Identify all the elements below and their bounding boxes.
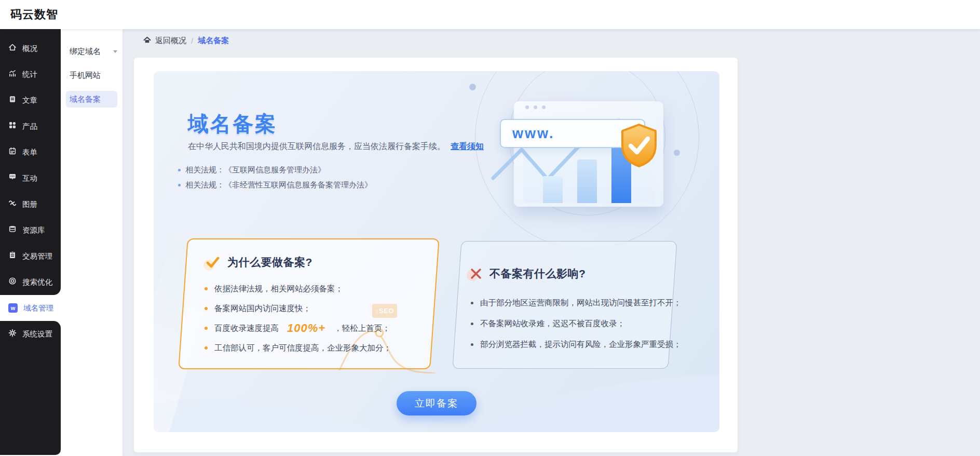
list-item: 备案网站国内访问速度快；	[205, 299, 391, 318]
breadcrumb-back-label: 返回概况	[155, 36, 186, 46]
subsidebar-item-label: 绑定域名	[70, 47, 101, 57]
sidebar-item-label: 资源库	[22, 225, 45, 235]
breadcrumb: 返回概况 / 域名备案	[143, 36, 229, 46]
sidebar-item-stats[interactable]: 统计	[0, 61, 61, 87]
sidebar-section-bottom: 系统设置	[0, 321, 61, 455]
sidebar-item-forms[interactable]: 表单	[0, 139, 61, 165]
sidebar-item-label: 交易管理	[22, 251, 52, 261]
sidebar-item-products[interactable]: 产品	[0, 113, 61, 139]
list-item: 依据法律法规，相关网站必须备案；	[205, 279, 391, 299]
sidebar-item-gallery[interactable]: 图册	[0, 191, 61, 217]
sidebar-item-interaction[interactable]: 互动	[0, 165, 61, 191]
database-icon	[8, 225, 17, 235]
sidebar-item-label: 搜索优化	[22, 277, 52, 287]
bullet-dot	[205, 287, 208, 290]
decor-wave	[154, 398, 424, 432]
sub-sidebar: 绑定域名 手机网站 域名备案	[61, 29, 122, 456]
file-now-button[interactable]: 立即备案	[397, 391, 477, 415]
why-list: 依据法律法规，相关网站必须备案； 备案网站国内访问速度快； 百度收录速度提高10…	[205, 279, 391, 358]
sidebar-item-label: 互动	[22, 173, 37, 183]
bullet-dot	[178, 169, 181, 171]
subsidebar-item-bind-domain[interactable]: 绑定域名	[61, 39, 122, 63]
app-header: 码云数智	[0, 0, 980, 29]
breadcrumb-back-link[interactable]: 返回概况	[143, 36, 186, 46]
bullet-dot	[205, 327, 208, 330]
subsidebar-item-domain-filing-active[interactable]: 域名备案	[66, 91, 117, 108]
law-item: 相关法规：《互联网信息服务管理办法》	[178, 163, 372, 178]
sidebar-item-overview[interactable]: 概况	[0, 35, 61, 61]
subsidebar-item-label: 域名备案	[70, 95, 101, 104]
impact-box: 不备案有什么影响? 由于部分地区运营商限制，网站出现访问慢甚至打不开； 不备案网…	[452, 241, 677, 369]
page-card: 域名备案 在中华人民共和国境内提供互联网信息服务，应当依法履行备案手续。 查看须…	[134, 58, 738, 452]
impact-list: 由于部分地区运营商限制，网站出现访问慢甚至打不开； 不备案网站收录难，迟迟不被百…	[471, 292, 682, 355]
bullet-dot	[178, 184, 181, 186]
sidebar-item-label: 图册	[22, 199, 37, 209]
sidebar-item-label: 文章	[22, 96, 37, 105]
impact-box-title: 不备案有什么影响?	[489, 266, 586, 281]
shield-check-icon	[619, 123, 659, 170]
sidebar-item-domain-active[interactable]: w 域名管理	[0, 295, 61, 321]
content-area: 返回概况 / 域名备案 域名备案 在中华人民共和国境内提供互联网信息服务，应当依…	[122, 29, 980, 456]
page-title: 域名备案	[188, 110, 277, 138]
sidebar-item-label: 统计	[22, 70, 37, 79]
products-icon	[8, 121, 17, 131]
www-text: www.	[512, 126, 555, 142]
target-icon	[8, 277, 17, 287]
gallery-icon	[8, 199, 17, 209]
list-item: 工信部认可，客户可信度提高，企业形象大加分；	[205, 338, 391, 358]
brand-logo: 码云数智	[10, 7, 58, 22]
subsidebar-item-mobile-site[interactable]: 手机网站	[61, 63, 122, 87]
article-icon	[8, 95, 17, 105]
subsidebar-item-label: 手机网站	[70, 71, 101, 81]
main-sidebar: 概况 统计 文章 产品 表单 互动 图册 资源库	[0, 29, 61, 456]
decor-dot	[469, 84, 476, 90]
home-icon	[8, 43, 17, 53]
bullet-dot	[471, 302, 473, 304]
list-item: 部分浏览器拦截，提示访问有风险，企业形象严重受损；	[471, 334, 682, 355]
sidebar-item-settings[interactable]: 系统设置	[0, 321, 61, 347]
x-icon	[470, 267, 482, 280]
clipboard-icon	[8, 251, 17, 261]
bullet-dot	[205, 307, 208, 310]
why-filing-box: ↑SEO 为什么要做备案? 依据法律法规，相关网站必须备案； 备案网站国内访问速…	[178, 238, 440, 369]
list-item: 由于部分地区运营商限制，网站出现访问慢甚至打不开；	[471, 292, 682, 313]
sidebar-item-label: 产品	[22, 122, 37, 131]
check-icon	[206, 255, 220, 270]
forms-icon	[8, 147, 17, 157]
bullet-dot	[205, 346, 208, 350]
chart-bar-medium	[577, 159, 597, 203]
sidebar-item-articles[interactable]: 文章	[0, 87, 61, 113]
gear-icon	[8, 329, 17, 339]
view-notice-link[interactable]: 查看须知	[451, 141, 484, 152]
sidebar-section-top: 概况 统计 文章 产品 表单 互动 图册 资源库	[0, 29, 61, 295]
stats-icon	[8, 69, 17, 79]
list-item: 百度收录速度提高100%+，轻松上首页；	[205, 318, 391, 338]
sidebar-item-resources[interactable]: 资源库	[0, 217, 61, 243]
breadcrumb-current: 域名备案	[198, 36, 229, 46]
sidebar-item-transactions[interactable]: 交易管理	[0, 243, 61, 269]
chevron-down-icon	[113, 50, 117, 53]
why-box-title: 为什么要做备案?	[227, 255, 312, 270]
home-icon	[143, 36, 152, 46]
decor-dot	[674, 150, 680, 156]
law-list: 相关法规：《互联网信息服务管理办法》 相关法规：《非经营性互联网信息服务备案管理…	[178, 163, 372, 193]
chat-icon	[8, 173, 17, 183]
law-item: 相关法规：《非经营性互联网信息服务备案管理办法》	[178, 178, 372, 193]
sidebar-item-label: 系统设置	[22, 329, 52, 339]
breadcrumb-separator: /	[191, 36, 193, 45]
hero-panel: 域名备案 在中华人民共和国境内提供互联网信息服务，应当依法履行备案手续。 查看须…	[154, 71, 719, 432]
list-item: 不备案网站收录难，迟迟不被百度收录；	[471, 313, 682, 334]
sidebar-item-label: 概况	[22, 44, 37, 53]
bullet-dot	[471, 343, 473, 346]
sidebar-item-seo[interactable]: 搜索优化	[0, 269, 61, 295]
domain-icon: w	[8, 303, 18, 313]
hero-description: 在中华人民共和国境内提供互联网信息服务，应当依法履行备案手续。	[188, 141, 445, 152]
sidebar-item-label: 表单	[22, 147, 37, 157]
bullet-dot	[471, 323, 473, 325]
chart-bar-small	[543, 176, 563, 203]
sidebar-item-label: 域名管理	[23, 303, 53, 313]
highlight-percent: 100%+	[287, 321, 325, 335]
